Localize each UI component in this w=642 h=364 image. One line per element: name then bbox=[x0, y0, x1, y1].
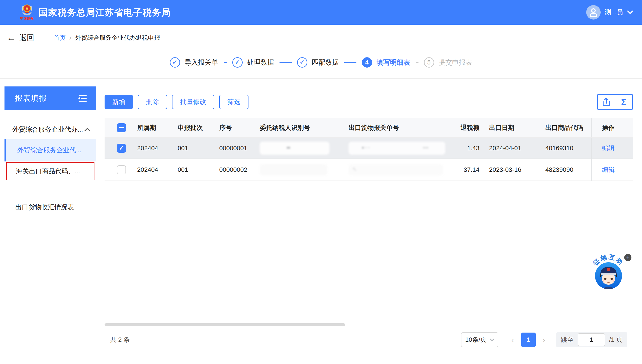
export-button[interactable] bbox=[597, 94, 615, 110]
person-icon bbox=[589, 8, 597, 16]
step-process-data[interactable]: ✓ 处理数据 bbox=[232, 57, 274, 68]
breadcrumb-row: ← 返回 首页 › 外贸综合服务企业代办退税申报 bbox=[7, 32, 160, 44]
breadcrumb: 首页 › 外贸综合服务企业代办退税申报 bbox=[54, 34, 160, 42]
cell-export-date: 2024-04-01 bbox=[481, 144, 545, 152]
pagination: 10条/页 ‹ 1 › 跳至 /1 页 bbox=[461, 332, 627, 348]
sigma-icon: Σ bbox=[621, 97, 626, 107]
row-checkbox[interactable]: ✓ bbox=[117, 144, 126, 153]
cell-customs-no-redacted: ˆ⋅ bbox=[349, 164, 448, 176]
step-number-circle: 4 bbox=[362, 57, 372, 68]
sidebar-item-ftc-service-agency[interactable]: 外贸综合服务企业代... bbox=[5, 139, 96, 162]
filter-button[interactable]: 筛选 bbox=[219, 95, 249, 109]
cell-period: 202404 bbox=[137, 144, 178, 152]
sidebar-group-label: 外贸综合服务企业代办... bbox=[12, 125, 83, 134]
col-period: 所属期 bbox=[137, 124, 178, 132]
table-row: 202404 001 00000002 ˆ⋅ 37.14 2023-03-16 … bbox=[105, 159, 633, 181]
cell-commodity-code: 48239090 bbox=[545, 166, 591, 173]
back-button[interactable]: ← 返回 bbox=[7, 33, 34, 43]
sidebar-item-customs-export-commodity-code[interactable]: 海关出口商品代码、... bbox=[6, 162, 94, 180]
step-number-circle: 5 bbox=[424, 57, 434, 68]
chevron-down-icon[interactable] bbox=[627, 10, 633, 14]
col-action: 操作 bbox=[591, 118, 633, 138]
wizard-steps: ✓ 导入报关单 ✓ 处理数据 ✓ 匹配数据 4 填写明细表 5 提交申报表 bbox=[0, 52, 642, 73]
page-size-select[interactable]: 10条/页 bbox=[461, 332, 498, 347]
jump-to-label: 跳至 bbox=[561, 336, 574, 344]
col-batch: 申报批次 bbox=[178, 124, 219, 132]
brand: 中国税务 国家税务总局江苏省电子税务局 bbox=[20, 3, 171, 22]
step-submit-declaration[interactable]: 5 提交申报表 bbox=[424, 57, 473, 68]
step-import-declaration[interactable]: ✓ 导入报关单 bbox=[170, 57, 218, 68]
sidebar-group-header[interactable]: 外贸综合服务企业代办... bbox=[5, 123, 96, 136]
cell-seq: 00000002 bbox=[219, 166, 260, 173]
breadcrumb-home-link[interactable]: 首页 bbox=[54, 34, 66, 42]
batch-edit-button[interactable]: 批量修改 bbox=[172, 95, 214, 109]
plus-button[interactable]: + bbox=[624, 254, 631, 261]
page-size-value: 10条/页 bbox=[465, 336, 487, 344]
data-table: 所属期 申报批次 序号 委托纳税人识别号 出口货物报关单号 退税额 出口日期 出… bbox=[105, 118, 633, 181]
col-customs-no: 出口货物报关单号 bbox=[349, 124, 448, 132]
page-1-button[interactable]: 1 bbox=[521, 332, 536, 347]
cell-taxpayer-id-redacted: •• bbox=[260, 142, 349, 155]
step-connector bbox=[416, 62, 418, 63]
assistant-mascot[interactable]: 征纳互动 bbox=[589, 253, 627, 292]
export-icon bbox=[602, 98, 610, 106]
menu-fold-icon[interactable] bbox=[78, 94, 87, 102]
logo-caption: 中国税务 bbox=[20, 16, 34, 20]
step-connector bbox=[224, 62, 227, 63]
cell-export-date: 2023-03-16 bbox=[481, 166, 545, 173]
step-connector bbox=[280, 62, 292, 63]
delete-button[interactable]: 删除 bbox=[138, 95, 167, 109]
tax-bureau-logo: 中国税务 bbox=[20, 3, 34, 22]
cell-seq: 00000001 bbox=[219, 144, 260, 152]
sidebar-item-export-goods-fx-receipt[interactable]: 出口货物收汇情况表 bbox=[5, 201, 96, 214]
step-label: 处理数据 bbox=[247, 58, 274, 67]
table-row: ✓ 202404 001 00000001 •• • ⋅ ⋅−− 1.43 20… bbox=[105, 138, 633, 159]
breadcrumb-current: 外贸综合服务企业代办退税申报 bbox=[75, 34, 160, 42]
cell-batch: 001 bbox=[178, 144, 219, 152]
step-fill-detail-form[interactable]: 4 填写明细表 bbox=[362, 57, 410, 68]
next-page-button[interactable]: › bbox=[541, 336, 548, 344]
main-content: 新增 删除 批量修改 筛选 Σ 所属期 申报批次 序号 委托纳税人识别号 出口货… bbox=[105, 94, 633, 181]
total-count: 共 2 条 bbox=[105, 336, 130, 344]
step-connector bbox=[344, 62, 356, 63]
prev-page-button[interactable]: ‹ bbox=[509, 336, 516, 344]
cell-refund: 1.43 bbox=[448, 144, 481, 152]
step-label: 填写明细表 bbox=[377, 58, 410, 67]
check-icon: ✓ bbox=[300, 59, 305, 66]
table-header-row: 所属期 申报批次 序号 委托纳税人识别号 出口货物报关单号 退税额 出口日期 出… bbox=[105, 118, 633, 138]
jump-to-group: 跳至 /1 页 bbox=[556, 332, 627, 348]
sidebar: 报表填报 外贸综合服务企业代办... 外贸综合服务企业代... 海关出口商品代码… bbox=[5, 86, 96, 214]
sum-button[interactable]: Σ bbox=[615, 94, 633, 110]
step-match-data[interactable]: ✓ 匹配数据 bbox=[297, 57, 339, 68]
edit-link[interactable]: 编辑 bbox=[602, 144, 614, 152]
national-emblem-icon bbox=[20, 3, 34, 17]
total-pages-label: /1 页 bbox=[609, 336, 622, 344]
step-label: 匹配数据 bbox=[312, 58, 339, 67]
step-label: 导入报关单 bbox=[185, 58, 218, 67]
toolbar: 新增 删除 批量修改 筛选 Σ bbox=[105, 94, 633, 110]
cell-batch: 001 bbox=[178, 166, 219, 173]
sidebar-title: 报表填报 bbox=[15, 93, 47, 104]
table-tools: Σ bbox=[597, 94, 633, 110]
jump-page-input[interactable] bbox=[578, 333, 605, 346]
sidebar-item-label: 外贸综合服务企业代... bbox=[17, 146, 81, 155]
edit-link[interactable]: 编辑 bbox=[602, 166, 614, 174]
step-check-circle: ✓ bbox=[232, 57, 243, 68]
user-avatar[interactable] bbox=[586, 5, 601, 20]
step-check-circle: ✓ bbox=[170, 57, 180, 68]
chevron-down-icon bbox=[490, 338, 494, 341]
user-menu[interactable]: 测...员 bbox=[586, 5, 633, 20]
scrollbar-thumb[interactable] bbox=[105, 323, 345, 326]
user-name: 测...员 bbox=[605, 8, 623, 17]
add-button[interactable]: 新增 bbox=[105, 95, 133, 109]
sidebar-item-label: 出口货物收汇情况表 bbox=[15, 203, 74, 212]
back-label: 返回 bbox=[19, 33, 34, 43]
breadcrumb-separator: › bbox=[69, 34, 72, 42]
row-checkbox[interactable] bbox=[117, 165, 126, 174]
cell-commodity-code: 40169310 bbox=[545, 144, 591, 152]
horizontal-scrollbar bbox=[105, 323, 633, 326]
check-icon: ✓ bbox=[235, 59, 240, 66]
select-all-checkbox[interactable] bbox=[117, 123, 126, 132]
mascot-icon: 征纳互动 bbox=[589, 253, 627, 292]
col-refund: 退税额 bbox=[448, 124, 481, 132]
